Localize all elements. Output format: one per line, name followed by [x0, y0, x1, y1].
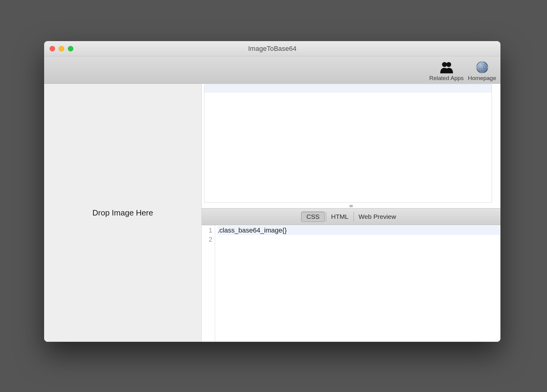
- line-number: 1: [202, 226, 212, 235]
- tab-web-preview[interactable]: Web Preview: [354, 212, 401, 222]
- titlebar: ImageToBase64: [44, 41, 500, 56]
- splitter-handle-icon: [349, 205, 353, 207]
- drop-zone[interactable]: Drop Image Here: [44, 84, 202, 342]
- line-number: 2: [202, 235, 212, 244]
- tab-css[interactable]: CSS: [301, 212, 325, 222]
- tab-html[interactable]: HTML: [326, 212, 353, 222]
- app-window: ImageToBase64 Related Apps: [44, 41, 500, 342]
- related-apps-label: Related Apps: [429, 75, 464, 82]
- code-line: .class_base64_image{}: [218, 226, 500, 235]
- homepage-button[interactable]: Homepage: [468, 60, 496, 82]
- related-apps-button[interactable]: Related Apps: [429, 60, 464, 82]
- maximize-button[interactable]: [68, 46, 73, 51]
- code-editor[interactable]: 1 2 .class_base64_image{}: [202, 225, 500, 342]
- window-title: ImageToBase64: [44, 45, 500, 53]
- svg-point-0: [442, 62, 447, 67]
- output-textarea[interactable]: [204, 84, 492, 203]
- line-gutter: 1 2: [202, 225, 215, 342]
- splitter[interactable]: [202, 204, 500, 208]
- svg-point-1: [446, 62, 451, 67]
- right-panel: CSS HTML Web Preview 1 2 .class_base64_i…: [202, 84, 500, 342]
- tab-bar: CSS HTML Web Preview: [202, 208, 500, 225]
- segmented-control: CSS HTML Web Preview: [301, 212, 401, 222]
- globe-icon: [474, 60, 491, 74]
- output-panel: [202, 84, 500, 204]
- people-icon: [438, 60, 455, 74]
- body: Drop Image Here CSS HTML Web Preview: [44, 84, 500, 342]
- toolbar: Related Apps: [44, 56, 500, 84]
- code-line: [218, 235, 500, 244]
- drop-zone-label: Drop Image Here: [92, 208, 153, 218]
- output-current-line: [204, 85, 492, 93]
- code-area[interactable]: .class_base64_image{}: [215, 225, 500, 342]
- traffic-lights: [50, 46, 73, 51]
- close-button[interactable]: [50, 46, 55, 51]
- minimize-button[interactable]: [59, 46, 64, 51]
- homepage-label: Homepage: [468, 75, 496, 82]
